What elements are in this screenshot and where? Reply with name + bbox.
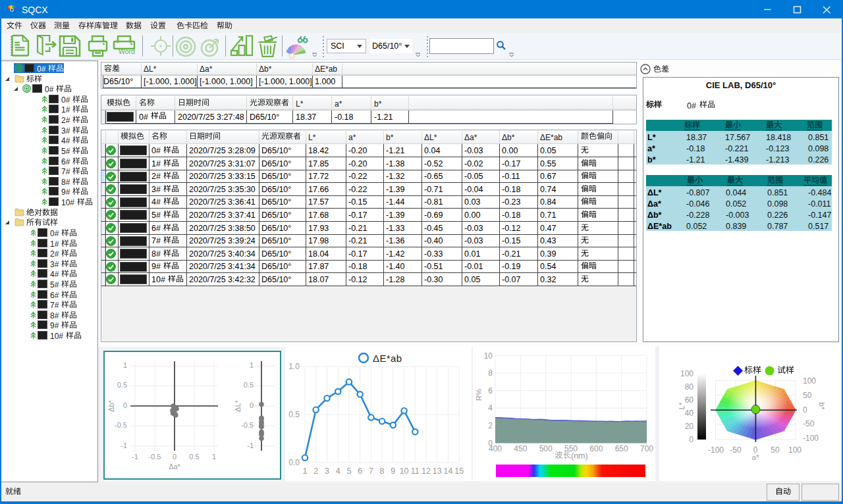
- svg-text:Word: Word: [119, 47, 135, 55]
